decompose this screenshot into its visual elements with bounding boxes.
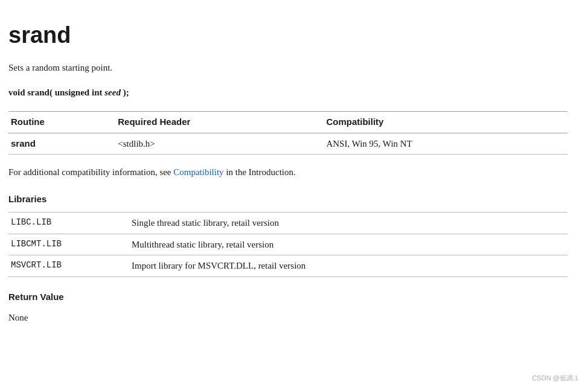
lib-desc: Single thread static library, retail ver… [129,213,567,234]
page-title: srand [8,18,564,53]
function-signature: void srand( unsigned int seed ); [8,86,564,100]
lib-name: LIBC.LIB [8,213,129,234]
table-row: LIBCMT.LIB Multithread static library, r… [8,234,567,255]
description: Sets a random starting point. [8,61,564,75]
compat-note-before: For additional compatibility information… [8,167,173,177]
lib-desc: Import library for MSVCRT.DLL, retail ve… [129,255,567,277]
compat-note-after: in the Introduction. [224,167,296,177]
signature-end: ); [121,88,129,97]
return-value-heading: Return Value [8,290,564,304]
lib-name: MSVCRT.LIB [8,255,129,277]
compat-note: For additional compatibility information… [8,165,564,179]
cell-header: <stdlib.h> [115,133,324,155]
col-header-required-header: Required Header [115,112,324,133]
compat-link[interactable]: Compatibility [173,167,223,177]
libraries-heading: Libraries [8,193,564,206]
lib-desc: Multithread static library, retail versi… [129,234,567,255]
return-value: None [8,311,564,325]
signature-param: seed [104,88,121,97]
table-row: srand <stdlib.h> ANSI, Win 95, Win NT [8,133,567,155]
lib-name: LIBCMT.LIB [8,234,129,255]
table-row: MSVCRT.LIB Import library for MSVCRT.DLL… [8,255,567,277]
cell-routine: srand [8,133,115,155]
col-header-routine: Routine [8,112,115,133]
cell-compat: ANSI, Win 95, Win NT [324,133,567,155]
table-row: LIBC.LIB Single thread static library, r… [8,213,567,234]
col-header-compatibility: Compatibility [324,112,567,133]
compatibility-table: Routine Required Header Compatibility sr… [8,111,567,155]
signature-prefix: void srand( unsigned int [8,88,104,97]
libraries-table: LIBC.LIB Single thread static library, r… [8,212,567,277]
